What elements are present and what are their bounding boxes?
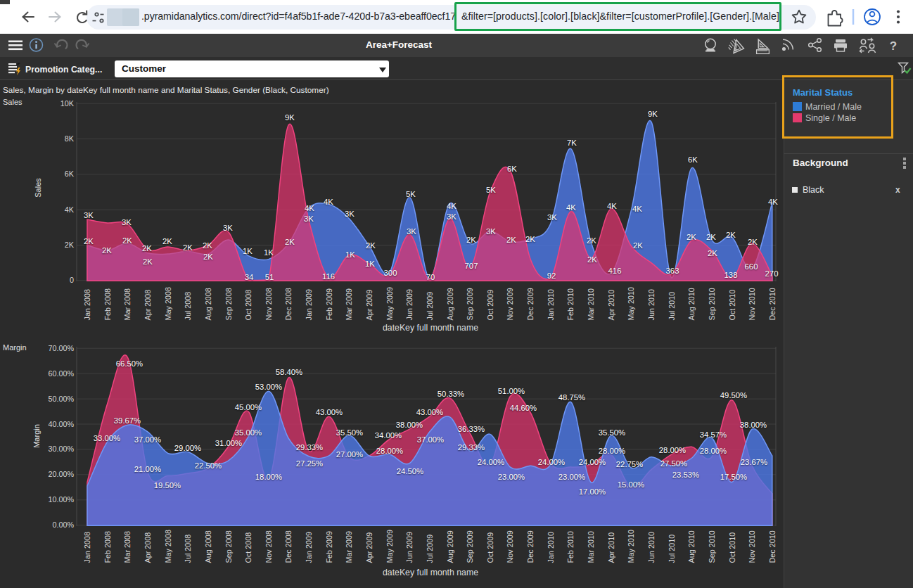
- svg-text:138: 138: [724, 271, 738, 279]
- svg-text:Dec 2009: Dec 2009: [526, 530, 535, 563]
- svg-text:10K: 10K: [60, 99, 75, 108]
- svg-text:34: 34: [245, 273, 254, 281]
- svg-text:Jan 2009: Jan 2009: [305, 532, 313, 563]
- svg-text:Feb 2010: Feb 2010: [566, 531, 575, 563]
- svg-text:Jun 2010: Jun 2010: [647, 532, 656, 563]
- svg-text:Feb 2010: Feb 2010: [566, 288, 575, 321]
- svg-text:34.00%: 34.00%: [375, 431, 402, 440]
- svg-text:May 2009: May 2009: [385, 287, 394, 320]
- svg-text:3K: 3K: [407, 227, 416, 236]
- svg-text:23.67%: 23.67%: [741, 458, 767, 466]
- svg-text:17.00%: 17.00%: [579, 487, 606, 496]
- svg-text:660: 660: [745, 262, 758, 271]
- svg-text:37.00%: 37.00%: [134, 435, 161, 444]
- svg-text:Mar 2010: Mar 2010: [587, 288, 595, 321]
- svg-text:2K: 2K: [162, 237, 172, 245]
- svg-text:Oct 2008: Oct 2008: [244, 532, 253, 563]
- svg-text:17.50%: 17.50%: [720, 473, 747, 481]
- svg-text:Nov 2008: Nov 2008: [264, 288, 273, 320]
- svg-text:43.00%: 43.00%: [316, 408, 343, 416]
- svg-text:2K: 2K: [687, 233, 696, 241]
- svg-text:4K: 4K: [65, 205, 75, 214]
- svg-text:2K: 2K: [183, 243, 193, 252]
- svg-text:51: 51: [265, 273, 274, 281]
- svg-text:28.00%: 28.00%: [599, 447, 625, 455]
- svg-text:Jan 2008: Jan 2008: [83, 289, 91, 320]
- svg-text:49.50%: 49.50%: [720, 391, 747, 400]
- svg-text:2K: 2K: [726, 231, 736, 239]
- svg-text:Nov 2009: Nov 2009: [506, 288, 514, 320]
- svg-text:31.00%: 31.00%: [215, 439, 242, 447]
- svg-text:Aug 2009: Aug 2009: [446, 530, 454, 563]
- svg-text:Aug 2008: Aug 2008: [204, 530, 212, 563]
- svg-text:Oct 2009: Oct 2009: [486, 290, 494, 321]
- svg-text:1K: 1K: [264, 248, 274, 257]
- svg-text:Sales: Sales: [34, 178, 42, 198]
- svg-text:Feb 2009: Feb 2009: [325, 531, 333, 563]
- svg-text:50.00%: 50.00%: [48, 395, 74, 403]
- svg-text:35.00%: 35.00%: [235, 428, 262, 437]
- svg-text:Feb 2008: Feb 2008: [103, 288, 112, 321]
- svg-text:Aug 2008: Aug 2008: [204, 288, 212, 320]
- svg-text:Jan 2010: Jan 2010: [547, 289, 555, 320]
- svg-text:300: 300: [384, 269, 397, 277]
- svg-text:2K: 2K: [706, 233, 716, 241]
- svg-text:May 2010: May 2010: [627, 287, 635, 320]
- svg-text:5K: 5K: [486, 186, 496, 194]
- svg-text:1K: 1K: [243, 247, 253, 255]
- svg-text:270: 270: [765, 269, 779, 278]
- svg-text:Apr 2009: Apr 2009: [365, 290, 374, 321]
- svg-text:2K: 2K: [65, 241, 75, 249]
- svg-text:May 2009: May 2009: [385, 530, 394, 563]
- svg-text:28.00%: 28.00%: [659, 446, 686, 454]
- svg-text:34.57%: 34.57%: [700, 430, 727, 439]
- svg-text:37.00%: 37.00%: [417, 435, 444, 444]
- svg-text:Mar 2008: Mar 2008: [123, 531, 132, 563]
- svg-text:9K: 9K: [285, 113, 295, 122]
- svg-text:May 2008: May 2008: [164, 287, 172, 320]
- svg-text:33.00%: 33.00%: [94, 434, 120, 442]
- svg-text:Jul 2008: Jul 2008: [184, 535, 192, 563]
- svg-text:3K: 3K: [304, 215, 314, 223]
- svg-text:22.50%: 22.50%: [195, 461, 222, 470]
- svg-text:0.00%: 0.00%: [52, 520, 74, 529]
- svg-text:2K: 2K: [122, 236, 132, 245]
- svg-text:Apr 2008: Apr 2008: [143, 532, 152, 563]
- svg-text:27.25%: 27.25%: [296, 459, 323, 468]
- svg-text:92: 92: [547, 271, 556, 280]
- svg-text:416: 416: [608, 267, 622, 275]
- svg-text:Jun 2010: Jun 2010: [647, 289, 656, 320]
- svg-text:Nov 2010: Nov 2010: [748, 530, 756, 563]
- svg-text:3K: 3K: [447, 212, 456, 221]
- svg-text:Apr 2010: Apr 2010: [607, 290, 615, 321]
- svg-text:Apr 2010: Apr 2010: [607, 532, 615, 563]
- svg-text:2K: 2K: [84, 237, 94, 245]
- svg-text:2K: 2K: [142, 244, 152, 253]
- svg-text:Oct 2009: Oct 2009: [486, 532, 494, 563]
- svg-text:dateKey full month name: dateKey full month name: [383, 323, 478, 333]
- svg-text:23.00%: 23.00%: [498, 473, 525, 481]
- svg-text:Oct 2008: Oct 2008: [244, 290, 253, 321]
- svg-text:4K: 4K: [607, 202, 617, 210]
- svg-text:18.00%: 18.00%: [255, 473, 282, 481]
- svg-text:8K: 8K: [65, 134, 75, 143]
- svg-text:5K: 5K: [406, 190, 416, 198]
- svg-text:2K: 2K: [102, 246, 112, 255]
- svg-text:dateKey full month name: dateKey full month name: [383, 568, 478, 577]
- svg-text:Sep 2008: Sep 2008: [224, 288, 233, 320]
- svg-text:Margin: Margin: [32, 424, 41, 448]
- svg-text:2K: 2K: [633, 241, 643, 250]
- svg-text:4K: 4K: [324, 198, 333, 206]
- svg-text:Nov 2009: Nov 2009: [506, 530, 514, 563]
- svg-text:2K: 2K: [203, 241, 212, 250]
- svg-text:Jul 2009: Jul 2009: [426, 535, 434, 563]
- svg-text:2K: 2K: [466, 236, 476, 244]
- svg-text:2K: 2K: [203, 253, 213, 261]
- svg-text:60.00%: 60.00%: [48, 369, 74, 378]
- svg-text:3K: 3K: [223, 224, 233, 232]
- svg-text:Jul 2010: Jul 2010: [668, 535, 676, 563]
- svg-text:30.00%: 30.00%: [48, 445, 74, 453]
- svg-text:Feb 2009: Feb 2009: [325, 288, 333, 321]
- svg-text:Jun 2009: Jun 2009: [405, 289, 414, 320]
- svg-text:2K: 2K: [143, 257, 153, 266]
